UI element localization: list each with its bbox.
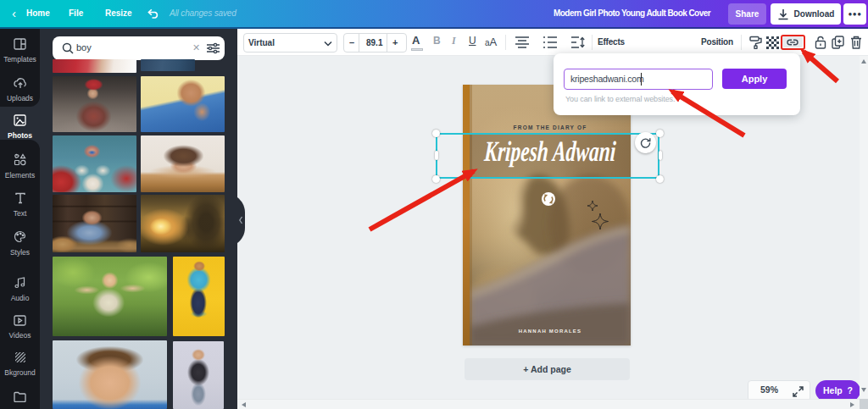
svg-text:FROM THE DIARY OF: FROM THE DIARY OF bbox=[514, 124, 587, 130]
svg-text:HANNAH MORALES: HANNAH MORALES bbox=[519, 329, 581, 334]
